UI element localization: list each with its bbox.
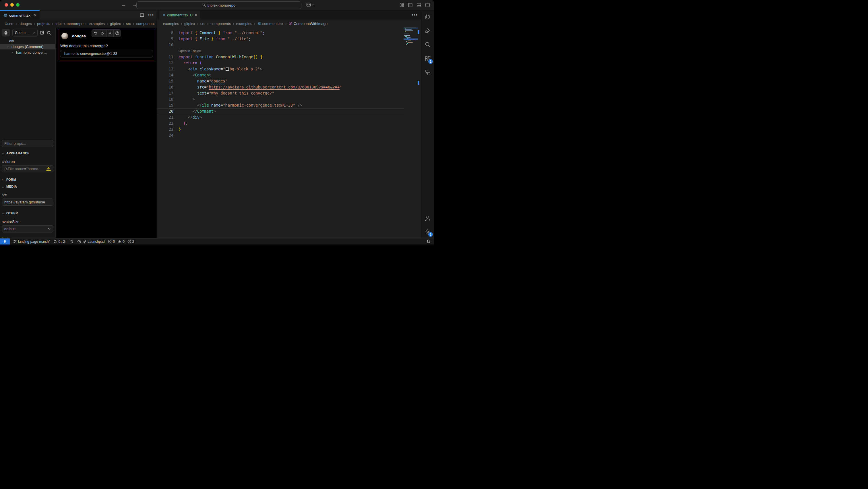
launchpad-button[interactable]: Launchpad	[77, 240, 104, 243]
file-chip[interactable]: harmonic-convergence.tsx@1-33	[60, 50, 153, 57]
help-button[interactable]	[113, 29, 121, 37]
code-line-19[interactable]: 19 <File name="harmonic-convergence.tsx@…	[157, 102, 404, 108]
titlebar: ← → triplex-monorepo	[0, 0, 434, 10]
breadcrumb-item[interactable]: CommentWithImage	[289, 22, 328, 26]
breadcrumb-item[interactable]: src	[126, 22, 131, 26]
git-branch-status[interactable]: landing-page-march*	[13, 240, 50, 243]
git-sync-status[interactable]: 0↓ 2↑	[53, 240, 67, 243]
section-header-form[interactable]: ›FORM	[2, 177, 53, 182]
close-tab-icon[interactable]: ✕	[194, 13, 197, 17]
search-button[interactable]	[424, 41, 431, 48]
back-button[interactable]: ←	[121, 2, 127, 8]
code-line-16[interactable]: 16 src="https://avatars.githubuserconten…	[157, 84, 404, 90]
breadcrumb-item[interactable]: comment.tsx	[257, 22, 284, 26]
prop-input-children[interactable]: {<File name="harmo...	[2, 165, 53, 172]
branch-name: landing-page-march*	[18, 240, 50, 243]
section-title: FORM	[6, 178, 16, 181]
run-debug-button[interactable]	[424, 27, 431, 34]
code-line-15[interactable]: 15 name="douges"	[157, 78, 404, 84]
ports-indicator[interactable]	[70, 240, 74, 243]
breadcrumb-item[interactable]: Users	[5, 22, 14, 26]
tab-comment-tsx[interactable]: comment.tsx U ✕	[159, 10, 200, 20]
toggle-panel-icon[interactable]	[416, 3, 422, 7]
code-line-17[interactable]: 17 text="Why doesn't this converge?"	[157, 90, 404, 96]
tree-item[interactable]: ›douges (Comment)	[0, 44, 55, 50]
section-header-other[interactable]: ⌄OTHER	[2, 211, 53, 215]
component-select[interactable]: Comm...	[12, 29, 38, 36]
code-line-11[interactable]: 11export function CommentWithImage() {	[157, 54, 404, 60]
customize-layout-icon[interactable]	[399, 3, 404, 7]
chevron-right-icon[interactable]: ›	[7, 45, 11, 48]
split-editor-icon[interactable]	[140, 13, 144, 17]
tree-item[interactable]: ›harmonic-conver...	[0, 50, 55, 55]
layers-icon	[4, 31, 8, 35]
code-line-21[interactable]: 21 </div>	[157, 114, 404, 120]
code-line-22[interactable]: 22 );	[157, 120, 404, 126]
chevron-right-icon[interactable]: ›	[12, 51, 16, 54]
breadcrumb-item[interactable]: examples	[89, 22, 105, 26]
code-line-23[interactable]: 23}	[157, 126, 404, 133]
section-header-appearance[interactable]: ⌄APPEARANCE	[2, 151, 53, 155]
tree-item[interactable]: div	[0, 38, 55, 44]
code-line-10[interactable]: 10	[157, 42, 404, 48]
breadcrumb-item[interactable]: examples	[236, 22, 252, 26]
accounts-menu-button[interactable]	[306, 2, 314, 7]
toggle-secondary-sidebar-icon[interactable]	[425, 3, 430, 7]
filter-props-input[interactable]: Filter props...	[2, 140, 53, 147]
tab-comment-preview[interactable]: comment.tsx ✕	[0, 10, 40, 20]
extensions-button[interactable]: 2	[424, 55, 431, 62]
search-icon	[47, 31, 51, 35]
breadcrumb-item[interactable]: projects	[37, 22, 50, 26]
code-line-12[interactable]: 12 return (	[157, 60, 404, 66]
color-decorator-swatch[interactable]	[226, 67, 229, 71]
prop-input-src[interactable]: https://avatars.githubuse	[2, 199, 53, 206]
bell-icon[interactable]	[426, 239, 431, 243]
more-actions-icon[interactable]: •••	[412, 12, 418, 17]
section-header-media[interactable]: ⌄MEDIA	[2, 184, 53, 189]
components-button[interactable]	[424, 69, 431, 76]
breadcrumb-item[interactable]: components	[211, 22, 231, 26]
breadcrumb-separator: ›	[52, 22, 53, 26]
zoom-window-button[interactable]	[16, 3, 20, 7]
code-line-20[interactable]: 20 </Comment>	[157, 108, 404, 114]
breadcrumb-item[interactable]: gitplex	[110, 22, 121, 26]
scene-tree: div›douges (Comment)›harmonic-conver...	[0, 38, 55, 55]
project-search-bar[interactable]: triplex-monorepo	[136, 1, 301, 9]
toggle-primary-sidebar-icon[interactable]	[408, 3, 413, 7]
input-value: {<File name="harmo...	[4, 167, 41, 171]
breadcrumb-item[interactable]: gitplex	[184, 22, 195, 26]
code-line-14[interactable]: 14 <Comment	[157, 72, 404, 78]
remote-indicator[interactable]	[0, 238, 10, 245]
problems-indicator[interactable]: 0 0 2	[108, 240, 134, 243]
breadcrumb-item[interactable]: component	[136, 22, 155, 26]
close-window-button[interactable]	[5, 3, 8, 7]
breadcrumb-item[interactable]: examples	[163, 22, 179, 26]
settings-button[interactable]: 1	[424, 228, 431, 235]
account-button[interactable]	[424, 214, 431, 222]
close-tab-icon[interactable]: ✕	[34, 13, 37, 18]
code-line-24[interactable]: 24	[157, 133, 404, 139]
minimap[interactable]	[404, 28, 417, 62]
breadcrumb-item[interactable]: src	[200, 22, 205, 26]
play-button[interactable]	[99, 29, 106, 37]
code-line-13[interactable]: 13 <div className="bg-black p-2">	[157, 66, 404, 72]
codelens-row[interactable]: Open in Triplex	[157, 48, 404, 54]
breadcrumb-label: douges	[20, 22, 32, 26]
more-actions-icon[interactable]: •••	[148, 12, 154, 17]
code-text: src="https://avatars.githubusercontent.c…	[179, 84, 342, 90]
settings-button[interactable]	[106, 29, 113, 37]
search-button[interactable]	[47, 31, 51, 35]
prop-select-avatarSize[interactable]: default	[2, 225, 53, 232]
code-line-8[interactable]: 8import { Comment } from "../comment";	[157, 30, 404, 36]
code-line-18[interactable]: 18 >	[157, 96, 404, 102]
breadcrumb-item[interactable]: douges	[20, 22, 32, 26]
reset-button[interactable]	[92, 29, 99, 37]
breadcrumb-item[interactable]: triplex-monorepo	[55, 22, 84, 26]
code-editor[interactable]: 8import { Comment } from "../comment";9i…	[157, 28, 421, 238]
code-line-9[interactable]: 9import { File } from "../file";	[157, 36, 404, 42]
minimize-window-button[interactable]	[10, 3, 14, 7]
explorer-button[interactable]	[424, 13, 431, 20]
new-file-button[interactable]	[40, 30, 44, 35]
line-number: 20	[157, 108, 174, 114]
layers-button[interactable]	[2, 29, 10, 36]
